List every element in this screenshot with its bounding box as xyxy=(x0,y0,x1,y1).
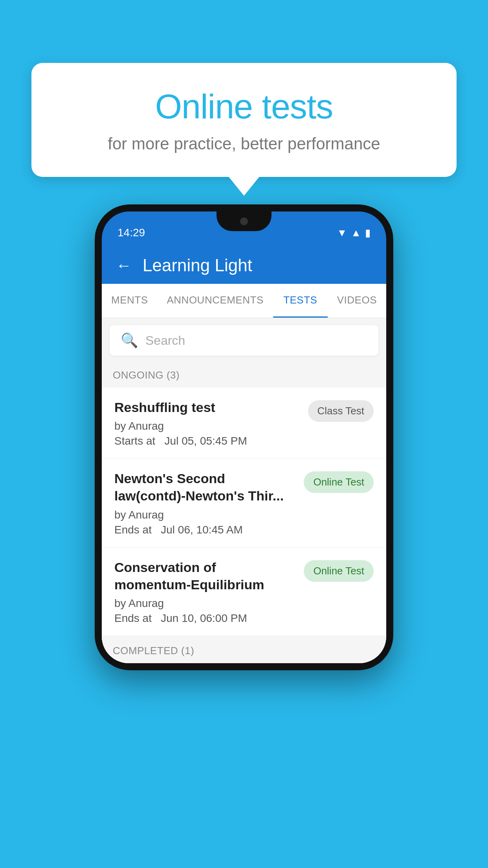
test-date-newton: Ends at Jul 06, 10:45 AM xyxy=(114,524,296,536)
test-author-newton: by Anurag xyxy=(114,509,296,521)
app-header: ← Learning Light xyxy=(102,247,386,284)
search-icon: 🔍 xyxy=(121,332,138,349)
completed-section-header: COMPLETED (1) xyxy=(102,636,386,663)
bubble-title: Online tests xyxy=(63,86,425,127)
tab-announcements[interactable]: ANNOUNCEMENTS xyxy=(158,284,273,318)
search-bar[interactable]: 🔍 Search xyxy=(110,325,378,356)
tabs-bar: MENTS ANNOUNCEMENTS TESTS VIDEOS xyxy=(102,284,386,318)
speech-bubble: Online tests for more practice, better p… xyxy=(31,63,457,177)
signal-icon: ▲ xyxy=(351,227,361,239)
camera xyxy=(240,217,248,225)
phone-notch xyxy=(216,211,272,231)
test-date-conservation: Ends at Jun 10, 06:00 PM xyxy=(114,612,296,625)
test-date-reshuffling: Starts at Jul 05, 05:45 PM xyxy=(114,435,300,447)
test-author-reshuffling: by Anurag xyxy=(114,420,300,432)
test-author-conservation: by Anurag xyxy=(114,597,296,610)
tab-ments[interactable]: MENTS xyxy=(102,284,158,318)
test-title-conservation: Conservation of momentum-Equilibrium xyxy=(114,559,296,593)
test-title-reshuffling: Reshuffling test xyxy=(114,399,300,416)
test-item-newton[interactable]: Newton's Second law(contd)-Newton's Thir… xyxy=(102,459,386,547)
phone-frame: 14:29 ▼ ▲ ▮ ← Learning Light MENTS ANNOU… xyxy=(95,204,393,670)
ongoing-section-header: ONGOING (3) xyxy=(102,363,386,388)
test-title-newton: Newton's Second law(contd)-Newton's Thir… xyxy=(114,470,296,504)
search-placeholder: Search xyxy=(145,333,185,348)
test-badge-newton: Online Test xyxy=(304,471,374,493)
test-item-reshuffling[interactable]: Reshuffling test by Anurag Starts at Jul… xyxy=(102,388,386,459)
test-badge-reshuffling: Class Test xyxy=(308,400,374,422)
test-badge-conservation: Online Test xyxy=(304,560,374,582)
test-item-conservation[interactable]: Conservation of momentum-Equilibrium by … xyxy=(102,548,386,636)
tab-tests[interactable]: TESTS xyxy=(273,284,328,318)
screen-content: MENTS ANNOUNCEMENTS TESTS VIDEOS 🔍 Searc… xyxy=(102,284,386,663)
battery-icon: ▮ xyxy=(365,227,371,239)
bubble-subtitle: for more practice, better performance xyxy=(63,134,425,153)
tab-videos[interactable]: VIDEOS xyxy=(328,284,386,318)
status-icons: ▼ ▲ ▮ xyxy=(337,227,371,239)
back-button[interactable]: ← xyxy=(116,257,132,274)
app-title: Learning Light xyxy=(143,256,252,275)
wifi-icon: ▼ xyxy=(337,227,347,239)
status-time: 14:29 xyxy=(117,226,145,239)
test-info-reshuffling: Reshuffling test by Anurag Starts at Jul… xyxy=(114,399,300,447)
test-info-conservation: Conservation of momentum-Equilibrium by … xyxy=(114,559,296,625)
status-bar: 14:29 ▼ ▲ ▮ xyxy=(102,211,386,247)
test-info-newton: Newton's Second law(contd)-Newton's Thir… xyxy=(114,470,296,536)
phone-body: 14:29 ▼ ▲ ▮ ← Learning Light MENTS ANNOU… xyxy=(95,204,393,670)
